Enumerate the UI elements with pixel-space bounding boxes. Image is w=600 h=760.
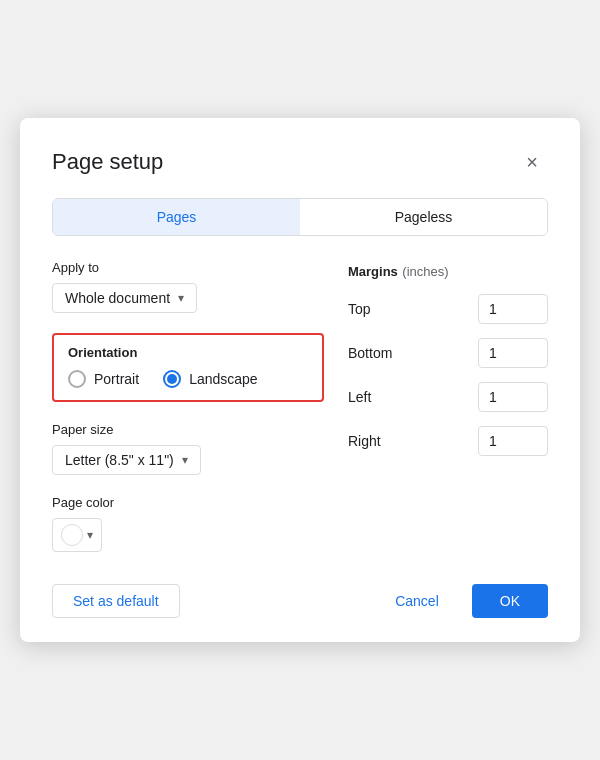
landscape-label: Landscape	[189, 371, 258, 387]
cancel-button[interactable]: Cancel	[374, 584, 460, 618]
margin-left-row: Left	[348, 382, 548, 412]
margin-top-row: Top	[348, 294, 548, 324]
margin-left-input[interactable]	[478, 382, 548, 412]
dialog-header: Page setup ×	[52, 146, 548, 178]
apply-to-select[interactable]: Whole document ▾	[52, 283, 197, 313]
page-color-label: Page color	[52, 495, 324, 510]
portrait-option[interactable]: Portrait	[68, 370, 139, 388]
margin-top-input[interactable]	[478, 294, 548, 324]
margins-section: Margins (inches) Top Bottom Left Right	[348, 260, 548, 552]
apply-to-value: Whole document	[65, 290, 170, 306]
page-setup-dialog: Page setup × Pages Pageless Apply to Who…	[20, 118, 580, 642]
portrait-label: Portrait	[94, 371, 139, 387]
left-column: Apply to Whole document ▾ Orientation Po…	[52, 260, 348, 552]
apply-to-label: Apply to	[52, 260, 324, 275]
orientation-title: Orientation	[68, 345, 308, 360]
portrait-radio[interactable]	[68, 370, 86, 388]
paper-size-label: Paper size	[52, 422, 324, 437]
margins-header: Margins (inches)	[348, 262, 548, 280]
margin-right-input[interactable]	[478, 426, 548, 456]
color-swatch	[61, 524, 83, 546]
page-color-arrow: ▾	[87, 528, 93, 542]
dialog-title: Page setup	[52, 149, 163, 175]
paper-size-arrow: ▾	[182, 453, 188, 467]
tab-bar: Pages Pageless	[52, 198, 548, 236]
margin-bottom-label: Bottom	[348, 345, 408, 361]
radio-selected-dot	[167, 374, 177, 384]
orientation-section: Orientation Portrait Landscape	[52, 333, 324, 402]
page-color-button[interactable]: ▾	[52, 518, 102, 552]
body-layout: Apply to Whole document ▾ Orientation Po…	[52, 260, 548, 552]
margins-title: Margins	[348, 264, 398, 279]
landscape-option[interactable]: Landscape	[163, 370, 258, 388]
paper-size-select[interactable]: Letter (8.5" x 11") ▾	[52, 445, 201, 475]
set-default-button[interactable]: Set as default	[52, 584, 180, 618]
apply-to-arrow: ▾	[178, 291, 184, 305]
footer-right-buttons: Cancel OK	[374, 584, 548, 618]
tab-pageless[interactable]: Pageless	[300, 199, 547, 235]
dialog-footer: Set as default Cancel OK	[52, 584, 548, 618]
ok-button[interactable]: OK	[472, 584, 548, 618]
paper-size-value: Letter (8.5" x 11")	[65, 452, 174, 468]
margins-unit: (inches)	[402, 264, 448, 279]
margin-left-label: Left	[348, 389, 408, 405]
close-button[interactable]: ×	[516, 146, 548, 178]
margin-right-label: Right	[348, 433, 408, 449]
margin-right-row: Right	[348, 426, 548, 456]
margin-bottom-row: Bottom	[348, 338, 548, 368]
orientation-radio-group: Portrait Landscape	[68, 370, 308, 388]
landscape-radio[interactable]	[163, 370, 181, 388]
tab-pages[interactable]: Pages	[53, 199, 300, 235]
margin-top-label: Top	[348, 301, 408, 317]
margin-bottom-input[interactable]	[478, 338, 548, 368]
